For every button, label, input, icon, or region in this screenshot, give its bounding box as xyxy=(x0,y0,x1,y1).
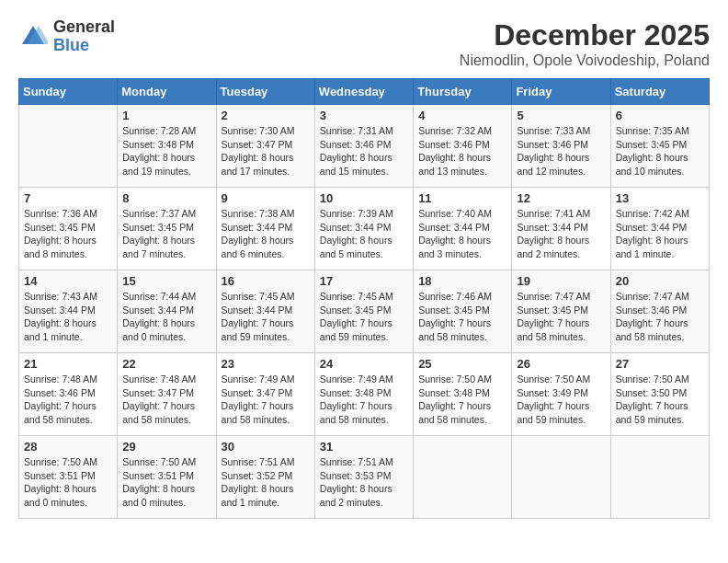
calendar-cell: 29Sunrise: 7:50 AM Sunset: 3:51 PM Dayli… xyxy=(118,436,216,519)
calendar-cell: 17Sunrise: 7:45 AM Sunset: 3:45 PM Dayli… xyxy=(314,270,413,353)
day-number: 15 xyxy=(122,274,210,288)
calendar-cell: 18Sunrise: 7:46 AM Sunset: 3:45 PM Dayli… xyxy=(414,270,512,353)
calendar-cell: 16Sunrise: 7:45 AM Sunset: 3:44 PM Dayli… xyxy=(216,270,314,353)
day-number: 21 xyxy=(24,357,112,371)
calendar-week-row: 14Sunrise: 7:43 AM Sunset: 3:44 PM Dayli… xyxy=(19,270,710,353)
day-info: Sunrise: 7:50 AM Sunset: 3:49 PM Dayligh… xyxy=(517,373,605,427)
day-info: Sunrise: 7:43 AM Sunset: 3:44 PM Dayligh… xyxy=(24,290,112,344)
calendar-cell: 25Sunrise: 7:50 AM Sunset: 3:48 PM Dayli… xyxy=(414,353,512,436)
day-info: Sunrise: 7:47 AM Sunset: 3:45 PM Dayligh… xyxy=(517,290,605,344)
calendar-cell: 8Sunrise: 7:37 AM Sunset: 3:45 PM Daylig… xyxy=(118,188,216,270)
calendar-cell xyxy=(414,436,512,519)
day-number: 29 xyxy=(122,440,210,454)
column-header-wednesday: Wednesday xyxy=(314,79,413,105)
day-info: Sunrise: 7:51 AM Sunset: 3:52 PM Dayligh… xyxy=(222,455,310,510)
day-info: Sunrise: 7:48 AM Sunset: 3:47 PM Dayligh… xyxy=(122,373,210,427)
day-number: 23 xyxy=(222,357,310,371)
day-info: Sunrise: 7:49 AM Sunset: 3:47 PM Dayligh… xyxy=(222,373,310,427)
day-number: 20 xyxy=(616,274,704,288)
day-info: Sunrise: 7:51 AM Sunset: 3:53 PM Dayligh… xyxy=(320,455,408,510)
day-number: 2 xyxy=(222,109,310,122)
day-number: 12 xyxy=(517,191,605,205)
day-info: Sunrise: 7:47 AM Sunset: 3:46 PM Dayligh… xyxy=(616,290,704,344)
day-number: 22 xyxy=(122,357,210,371)
column-header-monday: Monday xyxy=(118,79,216,105)
calendar-cell: 3Sunrise: 7:31 AM Sunset: 3:46 PM Daylig… xyxy=(314,105,413,188)
calendar-table: SundayMondayTuesdayWednesdayThursdayFrid… xyxy=(18,78,710,519)
calendar-cell: 7Sunrise: 7:36 AM Sunset: 3:45 PM Daylig… xyxy=(19,188,118,270)
day-number: 7 xyxy=(24,191,112,205)
day-number: 5 xyxy=(517,109,605,122)
calendar-cell: 12Sunrise: 7:41 AM Sunset: 3:44 PM Dayli… xyxy=(512,188,610,270)
calendar-cell: 5Sunrise: 7:33 AM Sunset: 3:46 PM Daylig… xyxy=(512,105,610,188)
day-info: Sunrise: 7:44 AM Sunset: 3:44 PM Dayligh… xyxy=(122,290,210,344)
calendar-cell: 14Sunrise: 7:43 AM Sunset: 3:44 PM Dayli… xyxy=(19,270,118,353)
day-number: 17 xyxy=(320,274,408,288)
calendar-cell: 4Sunrise: 7:32 AM Sunset: 3:46 PM Daylig… xyxy=(414,105,512,188)
calendar-cell: 9Sunrise: 7:38 AM Sunset: 3:44 PM Daylig… xyxy=(216,188,314,270)
day-info: Sunrise: 7:50 AM Sunset: 3:51 PM Dayligh… xyxy=(122,455,210,510)
day-number: 26 xyxy=(517,357,605,371)
calendar-week-row: 21Sunrise: 7:48 AM Sunset: 3:46 PM Dayli… xyxy=(19,353,710,436)
day-number: 3 xyxy=(320,109,408,122)
day-info: Sunrise: 7:33 AM Sunset: 3:46 PM Dayligh… xyxy=(517,124,605,178)
calendar-cell: 23Sunrise: 7:49 AM Sunset: 3:47 PM Dayli… xyxy=(216,353,314,436)
day-info: Sunrise: 7:40 AM Sunset: 3:44 PM Dayligh… xyxy=(418,207,506,261)
day-info: Sunrise: 7:39 AM Sunset: 3:44 PM Dayligh… xyxy=(320,207,408,261)
day-number: 11 xyxy=(418,191,506,205)
calendar-week-row: 7Sunrise: 7:36 AM Sunset: 3:45 PM Daylig… xyxy=(19,188,710,270)
day-number: 19 xyxy=(517,274,605,288)
day-number: 18 xyxy=(418,274,506,288)
calendar-cell: 28Sunrise: 7:50 AM Sunset: 3:51 PM Dayli… xyxy=(19,436,118,519)
day-number: 25 xyxy=(418,357,506,371)
day-number: 30 xyxy=(222,440,310,454)
day-info: Sunrise: 7:38 AM Sunset: 3:44 PM Dayligh… xyxy=(222,207,310,261)
day-info: Sunrise: 7:50 AM Sunset: 3:50 PM Dayligh… xyxy=(616,373,704,427)
day-info: Sunrise: 7:35 AM Sunset: 3:45 PM Dayligh… xyxy=(616,124,704,178)
day-info: Sunrise: 7:31 AM Sunset: 3:46 PM Dayligh… xyxy=(320,124,408,178)
column-header-saturday: Saturday xyxy=(610,79,709,105)
day-info: Sunrise: 7:50 AM Sunset: 3:48 PM Dayligh… xyxy=(418,373,506,427)
day-number: 16 xyxy=(222,274,310,288)
calendar-cell: 22Sunrise: 7:48 AM Sunset: 3:47 PM Dayli… xyxy=(118,353,216,436)
day-number: 28 xyxy=(24,440,112,454)
day-info: Sunrise: 7:46 AM Sunset: 3:45 PM Dayligh… xyxy=(418,290,506,344)
day-number: 1 xyxy=(122,109,210,122)
calendar-cell: 26Sunrise: 7:50 AM Sunset: 3:49 PM Dayli… xyxy=(512,353,610,436)
day-info: Sunrise: 7:48 AM Sunset: 3:46 PM Dayligh… xyxy=(24,373,112,427)
logo-icon xyxy=(18,22,48,52)
calendar-cell: 6Sunrise: 7:35 AM Sunset: 3:45 PM Daylig… xyxy=(610,105,709,188)
logo-text: General Blue xyxy=(53,18,115,55)
day-number: 31 xyxy=(320,440,408,454)
month-title: December 2025 xyxy=(460,18,710,52)
calendar-cell: 10Sunrise: 7:39 AM Sunset: 3:44 PM Dayli… xyxy=(314,188,413,270)
day-number: 4 xyxy=(418,109,506,122)
calendar-cell: 15Sunrise: 7:44 AM Sunset: 3:44 PM Dayli… xyxy=(118,270,216,353)
day-number: 13 xyxy=(616,191,704,205)
calendar-cell: 2Sunrise: 7:30 AM Sunset: 3:47 PM Daylig… xyxy=(216,105,314,188)
day-info: Sunrise: 7:37 AM Sunset: 3:45 PM Dayligh… xyxy=(122,207,210,261)
day-info: Sunrise: 7:36 AM Sunset: 3:45 PM Dayligh… xyxy=(24,207,112,261)
day-info: Sunrise: 7:32 AM Sunset: 3:46 PM Dayligh… xyxy=(418,124,506,178)
calendar-cell: 31Sunrise: 7:51 AM Sunset: 3:53 PM Dayli… xyxy=(314,436,413,519)
day-info: Sunrise: 7:41 AM Sunset: 3:44 PM Dayligh… xyxy=(517,207,605,261)
calendar-cell: 21Sunrise: 7:48 AM Sunset: 3:46 PM Dayli… xyxy=(19,353,118,436)
calendar-cell: 11Sunrise: 7:40 AM Sunset: 3:44 PM Dayli… xyxy=(414,188,512,270)
day-info: Sunrise: 7:30 AM Sunset: 3:47 PM Dayligh… xyxy=(222,124,310,178)
day-number: 8 xyxy=(122,191,210,205)
calendar-cell: 27Sunrise: 7:50 AM Sunset: 3:50 PM Dayli… xyxy=(610,353,709,436)
calendar-cell: 1Sunrise: 7:28 AM Sunset: 3:48 PM Daylig… xyxy=(118,105,216,188)
column-header-sunday: Sunday xyxy=(19,79,118,105)
day-number: 10 xyxy=(320,191,408,205)
location: Niemodlin, Opole Voivodeship, Poland xyxy=(460,52,710,69)
day-info: Sunrise: 7:45 AM Sunset: 3:45 PM Dayligh… xyxy=(320,290,408,344)
logo-blue: Blue xyxy=(53,37,115,55)
day-info: Sunrise: 7:45 AM Sunset: 3:44 PM Dayligh… xyxy=(222,290,310,344)
calendar-cell: 24Sunrise: 7:49 AM Sunset: 3:48 PM Dayli… xyxy=(314,353,413,436)
logo-general: General xyxy=(53,18,115,37)
calendar-cell xyxy=(610,436,709,519)
calendar-cell: 30Sunrise: 7:51 AM Sunset: 3:52 PM Dayli… xyxy=(216,436,314,519)
day-number: 14 xyxy=(24,274,112,288)
column-header-tuesday: Tuesday xyxy=(216,79,314,105)
page-header: General Blue December 2025 Niemodlin, Op… xyxy=(18,18,710,69)
